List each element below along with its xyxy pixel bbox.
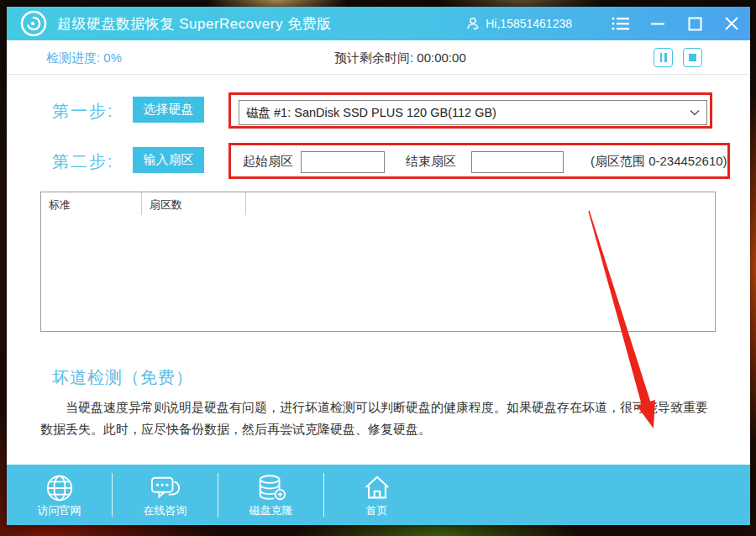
progress-row: 检测进度: 0% 预计剩余时间: 00:00:00	[7, 40, 750, 75]
progress-value: 0%	[103, 50, 122, 65]
minimize-icon[interactable]	[639, 7, 676, 40]
app-logo-icon	[20, 10, 47, 37]
annotation-box-disk: 磁盘 #1: SanDisk SSD PLUS 120 GB(112 GB)	[228, 92, 712, 129]
sector-range-hint: (扇区范围 0-234452610)	[591, 154, 727, 170]
pause-icon	[660, 53, 667, 62]
scan-progress-label: 检测进度: 0%	[46, 50, 122, 66]
eta-label: 预计剩余时间: 00:00:00	[334, 50, 466, 66]
user-icon	[465, 16, 480, 31]
chat-icon	[149, 473, 182, 503]
home-icon	[361, 473, 393, 503]
disk-dropdown[interactable]: 磁盘 #1: SanDisk SSD PLUS 120 GB(112 GB)	[239, 100, 707, 125]
globe-icon	[44, 473, 76, 503]
column-header-sector-count[interactable]: 扇区数	[142, 192, 246, 215]
disk-clone-icon	[255, 473, 288, 503]
chevron-down-icon	[690, 109, 700, 116]
disk-dropdown-value: 磁盘 #1: SanDisk SSD PLUS 120 GB(112 GB)	[246, 105, 496, 121]
bottom-toolbar: 访问官网 在线咨询 磁盘克隆	[7, 465, 750, 525]
toolbar-label: 访问官网	[38, 503, 81, 518]
stop-icon	[689, 54, 696, 61]
column-header-standard[interactable]: 标准	[41, 192, 142, 215]
pause-button[interactable]	[654, 48, 673, 67]
app-window: 超级硬盘数据恢复 SuperRecovery 免费版 Hi,1585146123…	[7, 7, 750, 525]
select-disk-button[interactable]: 选择硬盘	[133, 97, 204, 123]
start-sector-input[interactable]	[301, 151, 385, 173]
start-sector-label: 起始扇区	[243, 154, 293, 170]
input-sector-button[interactable]: 输入扇区	[133, 147, 204, 173]
toolbar-item-support[interactable]: 在线咨询	[113, 471, 218, 518]
menu-list-icon[interactable]	[602, 7, 639, 40]
section-description: 当硬盘速度异常则说明是硬盘有问题，进行坏道检测可以判断硬盘的健康程度。如果硬盘存…	[40, 397, 711, 440]
stop-button[interactable]	[683, 48, 702, 67]
step2-label: 第二步:	[52, 150, 114, 173]
table-header: 标准 扇区数	[41, 192, 715, 215]
results-table: 标准 扇区数	[40, 192, 716, 332]
title-bar: 超级硬盘数据恢复 SuperRecovery 免费版 Hi,1585146123…	[7, 7, 750, 40]
end-sector-label: 结束扇区	[406, 154, 456, 170]
close-icon[interactable]	[713, 7, 750, 40]
toolbar-item-home[interactable]: 首页	[324, 471, 429, 518]
user-account[interactable]: Hi,15851461238	[465, 16, 572, 31]
section-title: 坏道检测（免费）	[52, 366, 193, 389]
toolbar-item-disk-clone[interactable]: 磁盘克隆	[218, 471, 323, 518]
maximize-icon[interactable]	[676, 7, 713, 40]
annotation-box-sector: 起始扇区 结束扇区 (扇区范围 0-234452610)	[228, 143, 730, 179]
toolbar-item-website[interactable]: 访问官网	[7, 471, 112, 518]
user-id-label: Hi,15851461238	[486, 17, 572, 30]
step1-label: 第一步:	[52, 100, 114, 123]
end-sector-input[interactable]	[471, 151, 564, 173]
toolbar-label: 磁盘克隆	[249, 503, 293, 518]
toolbar-label: 在线咨询	[144, 503, 187, 518]
window-title: 超级硬盘数据恢复 SuperRecovery 免费版	[57, 14, 332, 34]
toolbar-label: 首页	[366, 503, 388, 518]
